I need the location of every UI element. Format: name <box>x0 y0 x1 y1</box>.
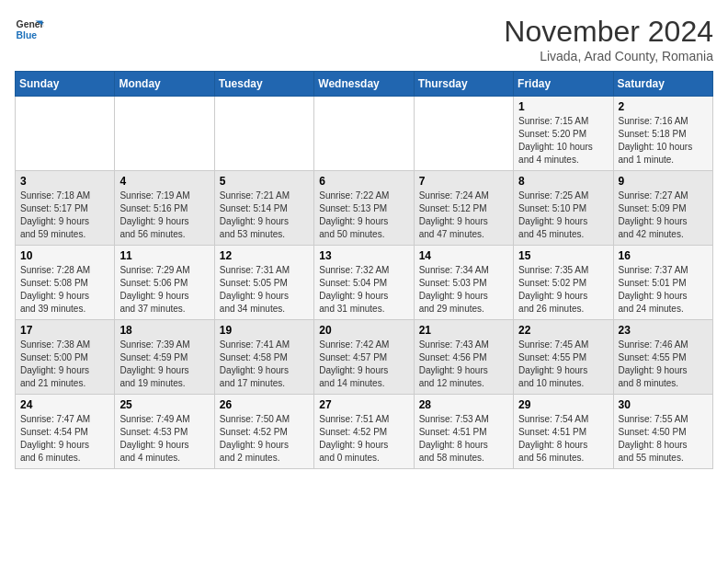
week-row-1: 3Sunrise: 7:18 AM Sunset: 5:17 PM Daylig… <box>16 171 713 246</box>
day-number: 24 <box>20 398 109 411</box>
day-number: 30 <box>619 398 708 411</box>
day-number: 12 <box>220 249 309 262</box>
day-number: 10 <box>20 249 109 262</box>
day-number: 3 <box>20 175 109 188</box>
month-title: November 2024 <box>504 15 713 49</box>
calendar-cell: 26Sunrise: 7:50 AM Sunset: 4:52 PM Dayli… <box>214 395 313 469</box>
calendar-body: 1Sunrise: 7:15 AM Sunset: 5:20 PM Daylig… <box>16 97 713 469</box>
calendar-cell: 19Sunrise: 7:41 AM Sunset: 4:58 PM Dayli… <box>214 320 313 395</box>
weekday-header-row: SundayMondayTuesdayWednesdayThursdayFrid… <box>16 72 713 97</box>
day-info: Sunrise: 7:50 AM Sunset: 4:52 PM Dayligh… <box>220 413 309 465</box>
calendar-cell <box>115 97 214 171</box>
day-number: 5 <box>220 175 309 188</box>
calendar-cell: 6Sunrise: 7:22 AM Sunset: 5:13 PM Daylig… <box>314 171 414 246</box>
calendar-cell: 28Sunrise: 7:53 AM Sunset: 4:51 PM Dayli… <box>414 395 513 469</box>
calendar-cell: 21Sunrise: 7:43 AM Sunset: 4:56 PM Dayli… <box>414 320 513 395</box>
weekday-saturday: Saturday <box>613 72 712 97</box>
calendar-cell: 3Sunrise: 7:18 AM Sunset: 5:17 PM Daylig… <box>16 171 115 246</box>
weekday-monday: Monday <box>115 72 214 97</box>
day-number: 7 <box>419 175 508 188</box>
calendar-cell: 20Sunrise: 7:42 AM Sunset: 4:57 PM Dayli… <box>314 320 414 395</box>
weekday-sunday: Sunday <box>16 72 115 97</box>
calendar-cell <box>16 97 115 171</box>
day-info: Sunrise: 7:29 AM Sunset: 5:06 PM Dayligh… <box>119 264 209 316</box>
calendar-cell: 29Sunrise: 7:54 AM Sunset: 4:51 PM Dayli… <box>514 395 613 469</box>
day-number: 4 <box>119 175 209 188</box>
calendar-cell: 13Sunrise: 7:32 AM Sunset: 5:04 PM Dayli… <box>314 246 414 320</box>
calendar-cell: 22Sunrise: 7:45 AM Sunset: 4:55 PM Dayli… <box>514 320 613 395</box>
calendar-cell: 16Sunrise: 7:37 AM Sunset: 5:01 PM Dayli… <box>613 246 712 320</box>
calendar-cell: 18Sunrise: 7:39 AM Sunset: 4:59 PM Dayli… <box>115 320 214 395</box>
day-info: Sunrise: 7:15 AM Sunset: 5:20 PM Dayligh… <box>518 115 608 167</box>
calendar-cell: 7Sunrise: 7:24 AM Sunset: 5:12 PM Daylig… <box>414 171 513 246</box>
weekday-friday: Friday <box>514 72 613 97</box>
day-number: 20 <box>319 324 408 337</box>
day-info: Sunrise: 7:31 AM Sunset: 5:05 PM Dayligh… <box>220 264 309 316</box>
day-number: 11 <box>119 249 209 262</box>
calendar-cell: 4Sunrise: 7:19 AM Sunset: 5:16 PM Daylig… <box>115 171 214 246</box>
day-info: Sunrise: 7:18 AM Sunset: 5:17 PM Dayligh… <box>20 190 109 241</box>
title-area: November 2024 Livada, Arad County, Roman… <box>504 15 713 63</box>
calendar-cell <box>414 97 513 171</box>
day-info: Sunrise: 7:42 AM Sunset: 4:57 PM Dayligh… <box>319 339 408 390</box>
day-info: Sunrise: 7:24 AM Sunset: 5:12 PM Dayligh… <box>419 190 508 241</box>
day-number: 9 <box>619 175 708 188</box>
location: Livada, Arad County, Romania <box>504 49 713 63</box>
day-number: 6 <box>319 175 408 188</box>
calendar-cell: 24Sunrise: 7:47 AM Sunset: 4:54 PM Dayli… <box>16 395 115 469</box>
day-info: Sunrise: 7:34 AM Sunset: 5:03 PM Dayligh… <box>419 264 508 316</box>
day-info: Sunrise: 7:16 AM Sunset: 5:18 PM Dayligh… <box>619 115 708 167</box>
week-row-4: 24Sunrise: 7:47 AM Sunset: 4:54 PM Dayli… <box>16 395 713 469</box>
day-number: 2 <box>619 100 708 113</box>
logo-icon: General Blue <box>15 15 44 44</box>
calendar-cell: 11Sunrise: 7:29 AM Sunset: 5:06 PM Dayli… <box>115 246 214 320</box>
calendar-cell: 5Sunrise: 7:21 AM Sunset: 5:14 PM Daylig… <box>214 171 313 246</box>
day-info: Sunrise: 7:38 AM Sunset: 5:00 PM Dayligh… <box>20 339 109 390</box>
calendar-cell: 10Sunrise: 7:28 AM Sunset: 5:08 PM Dayli… <box>16 246 115 320</box>
calendar-cell: 30Sunrise: 7:55 AM Sunset: 4:50 PM Dayli… <box>613 395 712 469</box>
day-number: 27 <box>319 398 408 411</box>
day-info: Sunrise: 7:47 AM Sunset: 4:54 PM Dayligh… <box>20 413 109 465</box>
day-info: Sunrise: 7:55 AM Sunset: 4:50 PM Dayligh… <box>619 413 708 465</box>
day-number: 1 <box>518 100 608 113</box>
day-number: 15 <box>518 249 608 262</box>
day-info: Sunrise: 7:22 AM Sunset: 5:13 PM Dayligh… <box>319 190 408 241</box>
calendar-header: SundayMondayTuesdayWednesdayThursdayFrid… <box>16 72 713 97</box>
calendar-cell: 27Sunrise: 7:51 AM Sunset: 4:52 PM Dayli… <box>314 395 414 469</box>
day-info: Sunrise: 7:21 AM Sunset: 5:14 PM Dayligh… <box>220 190 309 241</box>
day-number: 26 <box>220 398 309 411</box>
day-number: 13 <box>319 249 408 262</box>
calendar-cell: 12Sunrise: 7:31 AM Sunset: 5:05 PM Dayli… <box>214 246 313 320</box>
calendar-cell <box>214 97 313 171</box>
calendar-cell: 15Sunrise: 7:35 AM Sunset: 5:02 PM Dayli… <box>514 246 613 320</box>
calendar-cell: 8Sunrise: 7:25 AM Sunset: 5:10 PM Daylig… <box>514 171 613 246</box>
calendar-cell: 23Sunrise: 7:46 AM Sunset: 4:55 PM Dayli… <box>613 320 712 395</box>
day-number: 18 <box>119 324 209 337</box>
calendar-cell: 9Sunrise: 7:27 AM Sunset: 5:09 PM Daylig… <box>613 171 712 246</box>
day-info: Sunrise: 7:25 AM Sunset: 5:10 PM Dayligh… <box>518 190 608 241</box>
day-info: Sunrise: 7:28 AM Sunset: 5:08 PM Dayligh… <box>20 264 109 316</box>
day-number: 21 <box>419 324 508 337</box>
calendar-cell: 25Sunrise: 7:49 AM Sunset: 4:53 PM Dayli… <box>115 395 214 469</box>
day-info: Sunrise: 7:43 AM Sunset: 4:56 PM Dayligh… <box>419 339 508 390</box>
day-info: Sunrise: 7:27 AM Sunset: 5:09 PM Dayligh… <box>619 190 708 241</box>
day-number: 22 <box>518 324 608 337</box>
calendar-cell: 2Sunrise: 7:16 AM Sunset: 5:18 PM Daylig… <box>613 97 712 171</box>
week-row-3: 17Sunrise: 7:38 AM Sunset: 5:00 PM Dayli… <box>16 320 713 395</box>
day-info: Sunrise: 7:32 AM Sunset: 5:04 PM Dayligh… <box>319 264 408 316</box>
day-number: 14 <box>419 249 508 262</box>
day-info: Sunrise: 7:45 AM Sunset: 4:55 PM Dayligh… <box>518 339 608 390</box>
calendar-cell <box>314 97 414 171</box>
day-info: Sunrise: 7:46 AM Sunset: 4:55 PM Dayligh… <box>619 339 708 390</box>
day-info: Sunrise: 7:41 AM Sunset: 4:58 PM Dayligh… <box>220 339 309 390</box>
calendar: SundayMondayTuesdayWednesdayThursdayFrid… <box>15 71 713 469</box>
header: General Blue November 2024 Livada, Arad … <box>15 15 713 63</box>
weekday-tuesday: Tuesday <box>214 72 313 97</box>
day-info: Sunrise: 7:35 AM Sunset: 5:02 PM Dayligh… <box>518 264 608 316</box>
day-number: 25 <box>119 398 209 411</box>
day-info: Sunrise: 7:54 AM Sunset: 4:51 PM Dayligh… <box>518 413 608 465</box>
weekday-thursday: Thursday <box>414 72 513 97</box>
day-number: 28 <box>419 398 508 411</box>
day-info: Sunrise: 7:19 AM Sunset: 5:16 PM Dayligh… <box>119 190 209 241</box>
week-row-2: 10Sunrise: 7:28 AM Sunset: 5:08 PM Dayli… <box>16 246 713 320</box>
